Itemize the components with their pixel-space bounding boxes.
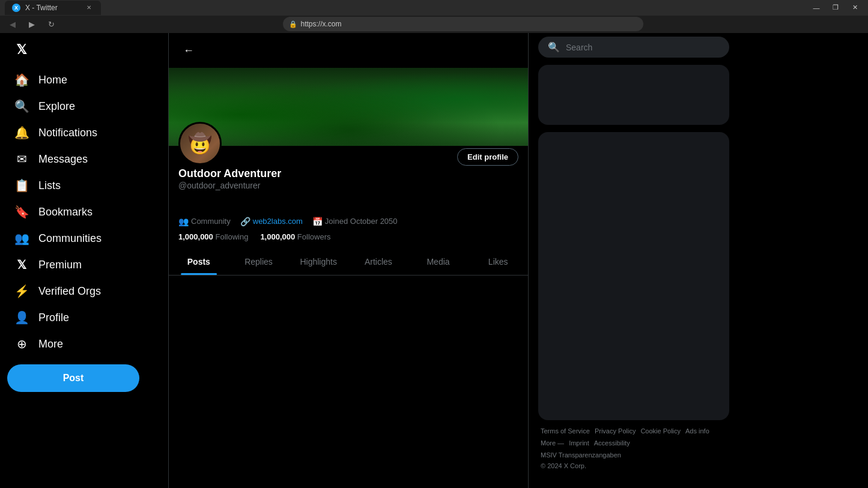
calendar-icon: 📅 <box>312 217 323 226</box>
close-button[interactable]: ✕ <box>846 2 863 14</box>
meta-joined: 📅 Joined October 2050 <box>312 217 398 226</box>
premium-icon: 𝕏 <box>14 258 29 272</box>
post-button[interactable]: Post <box>7 364 139 392</box>
footer-link-cookie[interactable]: Cookie Policy <box>640 427 681 435</box>
sidebar-item-label-communities: Communities <box>38 232 102 245</box>
footer-msiv: MSIV Transparenzangaben <box>538 451 729 459</box>
back-nav-button[interactable]: ◀ <box>5 16 20 32</box>
twitter-logo[interactable]: 𝕏 <box>7 35 36 64</box>
tab-replies[interactable]: Replies <box>229 249 289 275</box>
sidebar-item-label-messages: Messages <box>38 153 88 166</box>
sidebar-item-home[interactable]: 🏠 Home <box>7 67 161 93</box>
right-panel-1 <box>538 65 729 125</box>
back-button[interactable]: ← <box>178 40 199 61</box>
lists-icon: 📋 <box>14 178 29 193</box>
browser-toolbar: ◀ ▶ ↻ 🔒 https://x.com <box>0 16 868 33</box>
sidebar-item-verified-orgs[interactable]: ⚡ Verified Orgs <box>7 278 161 304</box>
footer-link-privacy[interactable]: Privacy Policy <box>595 427 636 435</box>
footer-copyright: © 2024 X Corp. <box>538 462 729 469</box>
profile-bio-area <box>178 190 518 214</box>
search-bar[interactable]: 🔍 <box>538 37 729 58</box>
profile-names: Outdoor Adventurer @outdoor_adventurer <box>178 167 518 190</box>
tab-highlights[interactable]: Highlights <box>288 249 348 275</box>
profile-tabs: Posts Replies Highlights Articles Media … <box>169 249 528 276</box>
tab-favicon: X <box>12 4 20 12</box>
footer-link-imprint[interactable]: Imprint <box>569 439 589 447</box>
refresh-button[interactable]: ↻ <box>43 16 59 32</box>
display-name: Outdoor Adventurer <box>178 167 518 181</box>
footer-msiv-label[interactable]: MSIV Transparenzangaben <box>541 451 621 459</box>
sidebar-item-more[interactable]: ⊕ More <box>7 331 161 357</box>
following-count[interactable]: 1,000,000 Following <box>178 232 248 241</box>
tab-close-button[interactable]: ✕ <box>84 3 94 13</box>
browser-tab[interactable]: X X - Twitter ✕ <box>5 1 101 15</box>
sidebar-item-label-notifications: Notifications <box>38 127 97 139</box>
tab-media[interactable]: Media <box>408 249 469 275</box>
back-bar: ← <box>169 33 528 68</box>
avatar: 🤠 <box>178 122 222 165</box>
sidebar-item-explore[interactable]: 🔍 Explore <box>7 93 161 119</box>
sidebar-item-lists[interactable]: 📋 Lists <box>7 172 161 199</box>
browser-titlebar: X X - Twitter ✕ — ❐ ✕ <box>0 0 868 16</box>
sidebar-item-profile[interactable]: 👤 Profile <box>7 304 161 331</box>
sidebar-item-label-home: Home <box>38 74 67 86</box>
banner-image <box>169 68 528 146</box>
search-input[interactable] <box>566 43 720 52</box>
profile-meta: 👥 Community 🔗 web2labs.com 📅 Joined Octo… <box>178 217 518 226</box>
avatar-container: 🤠 <box>178 122 222 165</box>
profile-banner <box>169 68 528 146</box>
right-panel-2 <box>538 132 729 420</box>
sidebar-item-label-more: More <box>38 338 63 351</box>
tab-likes[interactable]: Likes <box>468 249 528 275</box>
footer-link-accessibility[interactable]: Accessibility <box>594 439 630 447</box>
sidebar-item-label-bookmarks: Bookmarks <box>38 206 93 218</box>
sidebar-item-premium[interactable]: 𝕏 Premium <box>7 252 161 278</box>
username: @outdoor_adventurer <box>178 181 518 190</box>
sidebar-item-label-verified-orgs: Verified Orgs <box>38 285 101 298</box>
follow-counts: 1,000,000 Following 1,000,000 Followers <box>178 232 518 241</box>
website-link[interactable]: web2labs.com <box>253 217 303 226</box>
forward-nav-button[interactable]: ▶ <box>24 16 40 32</box>
restore-button[interactable]: ❐ <box>827 2 844 14</box>
footer-links: Terms of Service Privacy Policy Cookie P… <box>538 427 729 447</box>
community-icon: 👥 <box>178 217 189 226</box>
footer-link-more[interactable]: More — <box>541 439 564 447</box>
tab-posts[interactable]: Posts <box>169 249 229 275</box>
more-icon: ⊕ <box>14 337 29 351</box>
joined-label: Joined October 2050 <box>325 217 398 226</box>
messages-icon: ✉ <box>14 152 29 166</box>
meta-website[interactable]: 🔗 web2labs.com <box>240 217 303 226</box>
sidebar-item-communities[interactable]: 👥 Communities <box>7 225 161 252</box>
explore-icon: 🔍 <box>14 99 29 113</box>
sidebar-item-messages[interactable]: ✉ Messages <box>7 146 161 172</box>
address-url: https://x.com <box>301 20 342 28</box>
window-controls: — ❐ ✕ <box>808 2 863 14</box>
communities-icon: 👥 <box>14 231 29 246</box>
verified-orgs-icon: ⚡ <box>14 284 29 298</box>
profile-section: 🤠 Edit profile Outdoor Adventurer @outdo… <box>169 146 528 241</box>
followers-count[interactable]: 1,000,000 Followers <box>260 232 330 241</box>
sidebar-item-notifications[interactable]: 🔔 Notifications <box>7 119 161 146</box>
posts-feed <box>169 276 528 396</box>
sidebar-item-label-lists: Lists <box>38 179 61 192</box>
right-sidebar: 🔍 Terms of Service Privacy Policy Cookie… <box>529 33 739 488</box>
lock-icon: 🔒 <box>289 20 297 28</box>
bookmarks-icon: 🔖 <box>14 205 29 219</box>
minimize-button[interactable]: — <box>808 2 825 14</box>
tab-title: X - Twitter <box>25 4 58 12</box>
sidebar-item-label-premium: Premium <box>38 259 82 271</box>
footer-link-terms[interactable]: Terms of Service <box>541 427 590 435</box>
profile-icon: 👤 <box>14 310 29 325</box>
tab-articles[interactable]: Articles <box>348 249 408 275</box>
sidebar-item-bookmarks[interactable]: 🔖 Bookmarks <box>7 199 161 225</box>
link-icon: 🔗 <box>240 217 250 226</box>
browser-chrome: X X - Twitter ✕ — ❐ ✕ ◀ ▶ ↻ 🔒 https://x.… <box>0 0 868 33</box>
address-bar[interactable]: 🔒 https://x.com <box>283 17 643 31</box>
footer-link-ads[interactable]: Ads info <box>685 427 709 435</box>
edit-profile-button[interactable]: Edit profile <box>457 148 518 166</box>
search-icon: 🔍 <box>548 41 560 53</box>
sidebar-nav: 🏠 Home 🔍 Explore 🔔 Notifications ✉ Messa… <box>7 67 161 357</box>
content-area: ← 🤠 Edit profile Outdoor Adventurer @out… <box>168 33 529 488</box>
notifications-icon: 🔔 <box>14 125 29 140</box>
sidebar: 𝕏 🏠 Home 🔍 Explore 🔔 Notifications ✉ Mes… <box>0 33 168 488</box>
